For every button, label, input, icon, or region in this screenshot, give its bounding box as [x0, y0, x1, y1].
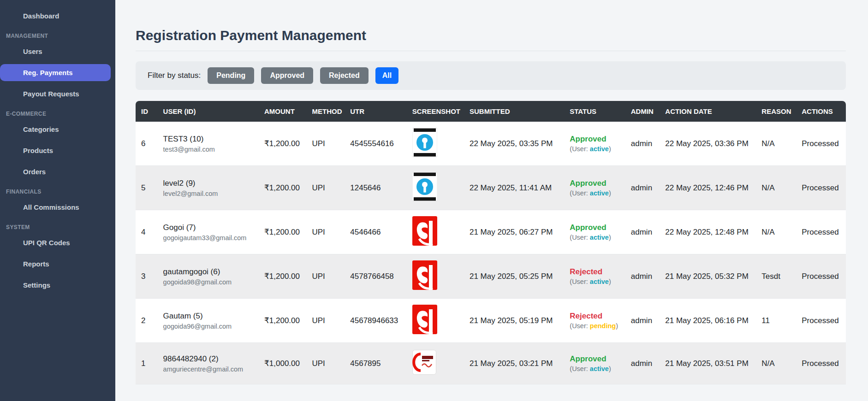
sidebar-item-upi-qr-codes[interactable]: UPI QR Codes [0, 234, 111, 251]
table-row: 5 level2 (9) level2@gmail.com ₹1,200.00 … [136, 166, 846, 210]
user-name: gautamgogoi (6) [163, 267, 253, 277]
filter-button-pending[interactable]: Pending [208, 67, 254, 84]
filter-button-approved[interactable]: Approved [261, 67, 313, 84]
cell-utr: 4567895 [345, 343, 407, 384]
cell-utr: 4545554616 [345, 122, 407, 166]
cell-id: 2 [136, 299, 158, 343]
cell-reason: 11 [756, 299, 796, 343]
payment-screenshot-thumbnail[interactable] [412, 128, 437, 157]
sidebar-item-all-commissions[interactable]: All Commissions [0, 199, 111, 216]
cell-admin: admin [625, 210, 660, 254]
cell-utr: 1245646 [345, 166, 407, 210]
cell-screenshot [407, 343, 464, 384]
cell-amount: ₹1,000.00 [259, 343, 306, 384]
table-body: 6 TEST3 (10) test3@gmail.com ₹1,200.00 U… [136, 122, 846, 384]
cell-screenshot [407, 122, 464, 166]
cell-method: UPI [306, 254, 345, 299]
cell-action-date: 21 May 2025, 05:32 PM [660, 254, 756, 299]
cell-status: Approved (User: active) [564, 210, 625, 254]
payment-status: Approved [570, 179, 619, 188]
user-status-note: (User: active) [570, 365, 619, 372]
sidebar-item-dashboard[interactable]: Dashboard [0, 7, 111, 24]
table-row: 1 9864482940 (2) amguriecentre@gmail.com… [136, 343, 846, 384]
industries-logo-icon [412, 350, 436, 375]
cell-reason: Tesdt [756, 254, 796, 299]
column-header-amount: AMOUNT [259, 101, 306, 122]
table-row: 6 TEST3 (10) test3@gmail.com ₹1,200.00 U… [136, 122, 846, 166]
user-email: amguriecentre@gmail.com [163, 366, 253, 373]
cell-reason: N/A [756, 343, 796, 384]
cell-actions: Processed [796, 254, 846, 299]
payment-status: Approved [570, 354, 619, 364]
payment-screenshot-thumbnail[interactable] [412, 260, 437, 290]
cell-status: Approved (User: active) [564, 343, 625, 384]
cell-actions: Processed [796, 166, 846, 210]
cell-submitted: 21 May 2025, 03:21 PM [464, 343, 564, 384]
cell-admin: admin [625, 166, 660, 210]
sbi-logo-icon [412, 172, 437, 201]
cell-action-date: 21 May 2025, 06:16 PM [660, 299, 756, 343]
user-status-value: active [590, 234, 609, 241]
cell-action-date: 22 May 2025, 12:46 PM [660, 166, 756, 210]
sidebar-item-payout-requests[interactable]: Payout Requests [0, 85, 111, 102]
cell-status: Rejected (User: active) [564, 254, 625, 299]
payment-screenshot-thumbnail[interactable] [412, 350, 436, 375]
table-header: ID USER (ID) AMOUNT METHOD UTR SCREENSHO… [136, 101, 846, 122]
user-email: level2@gmail.com [163, 190, 253, 197]
payment-status: Rejected [570, 312, 619, 321]
table-row: 4 Gogoi (7) gogoigautam33@gmail.com ₹1,2… [136, 210, 846, 254]
column-header-user: USER (ID) [158, 101, 259, 122]
cell-method: UPI [306, 343, 345, 384]
cell-screenshot [407, 166, 464, 210]
cell-reason: N/A [756, 210, 796, 254]
cell-id: 5 [136, 166, 158, 210]
cell-actions: Processed [796, 122, 846, 166]
cell-user: gautamgogoi (6) gogoida98@gmail.com [158, 254, 259, 299]
sidebar-item-reports[interactable]: Reports [0, 255, 111, 272]
sidebar: DashboardMANAGEMENTUsersReg. PaymentsPay… [0, 0, 115, 401]
sidebar-item-reg-payments[interactable]: Reg. Payments [0, 64, 111, 81]
sidebar-item-orders[interactable]: Orders [0, 163, 111, 180]
payment-screenshot-thumbnail[interactable] [412, 305, 437, 334]
status-filter-bar: Filter by status: PendingApprovedRejecte… [136, 61, 846, 90]
filter-button-all[interactable]: All [375, 67, 398, 84]
cell-reason: N/A [756, 122, 796, 166]
cell-status: Rejected (User: pending) [564, 299, 625, 343]
cell-screenshot [407, 299, 464, 343]
sidebar-item-users[interactable]: Users [0, 43, 111, 60]
cell-reason: N/A [756, 166, 796, 210]
cell-submitted: 22 May 2025, 11:41 AM [464, 166, 564, 210]
sidebar-section-system: SYSTEM [0, 221, 115, 234]
user-status-value: active [590, 278, 609, 285]
user-email: gogoida98@gmail.com [163, 278, 253, 286]
column-header-submitted: SUBMITTED [464, 101, 564, 122]
sidebar-section-financials: FINANCIALS [0, 186, 115, 199]
column-header-reason: REASON [756, 101, 796, 122]
cell-utr: 4578766458 [345, 254, 407, 299]
main-content: Registration Payment Management Filter b… [115, 0, 868, 401]
cell-action-date: 21 May 2025, 03:51 PM [660, 343, 756, 384]
cell-status: Approved (User: active) [564, 122, 625, 166]
cell-admin: admin [625, 122, 660, 166]
user-name: Gogoi (7) [163, 223, 253, 232]
sidebar-section-management: MANAGEMENT [0, 30, 115, 43]
cell-actions: Processed [796, 343, 846, 384]
cell-id: 6 [136, 122, 158, 166]
payment-screenshot-thumbnail[interactable] [412, 172, 437, 201]
payment-status: Rejected [570, 267, 619, 277]
cell-admin: admin [625, 299, 660, 343]
cell-user: Gautam (5) gogoida96@gmail.com [158, 299, 259, 343]
payment-screenshot-thumbnail[interactable] [412, 216, 437, 246]
cell-amount: ₹1,200.00 [259, 210, 306, 254]
sidebar-item-settings[interactable]: Settings [0, 277, 111, 294]
cell-action-date: 22 May 2025, 12:48 PM [660, 210, 756, 254]
payment-status: Approved [570, 135, 619, 144]
column-header-utr: UTR [345, 101, 407, 122]
cell-method: UPI [306, 210, 345, 254]
cell-actions: Processed [796, 210, 846, 254]
payments-table: ID USER (ID) AMOUNT METHOD UTR SCREENSHO… [136, 101, 846, 384]
filter-button-rejected[interactable]: Rejected [320, 67, 369, 84]
user-name: 9864482940 (2) [163, 354, 253, 364]
sidebar-item-products[interactable]: Products [0, 142, 111, 159]
sidebar-item-categories[interactable]: Categories [0, 121, 111, 138]
